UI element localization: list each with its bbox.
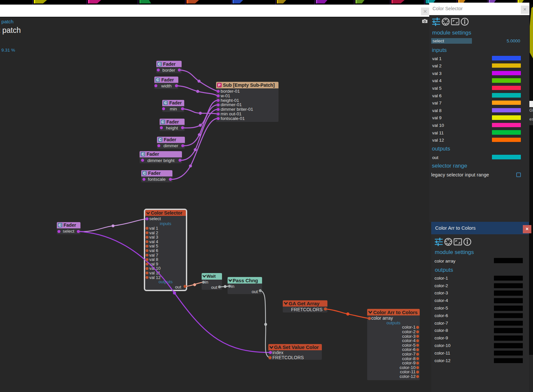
svg-text:GI: GI: [529, 108, 533, 113]
svg-text:es: es: [529, 117, 533, 122]
